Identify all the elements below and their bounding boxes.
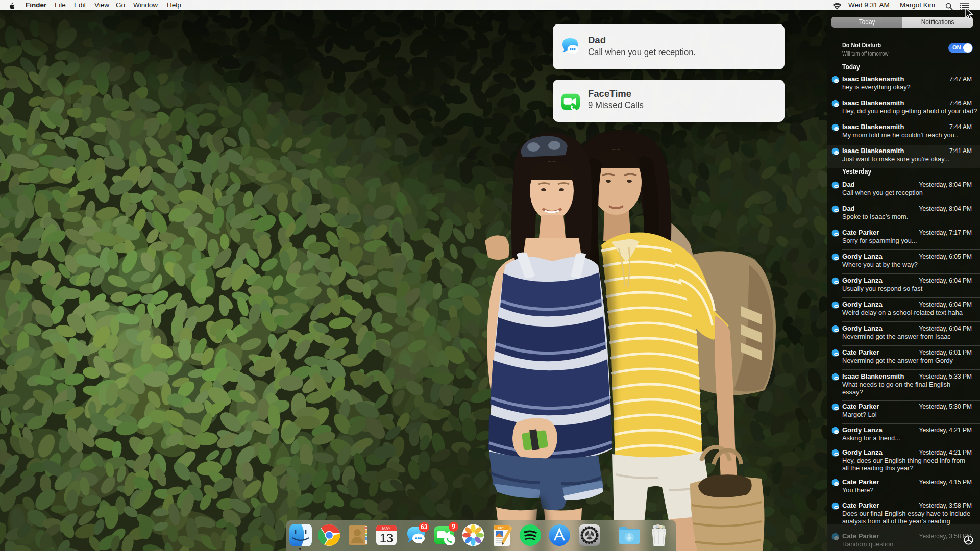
svg-text:PROJ: PROJ: [498, 527, 505, 530]
svg-text:13: 13: [380, 531, 394, 545]
svg-text:MAY: MAY: [382, 526, 391, 531]
